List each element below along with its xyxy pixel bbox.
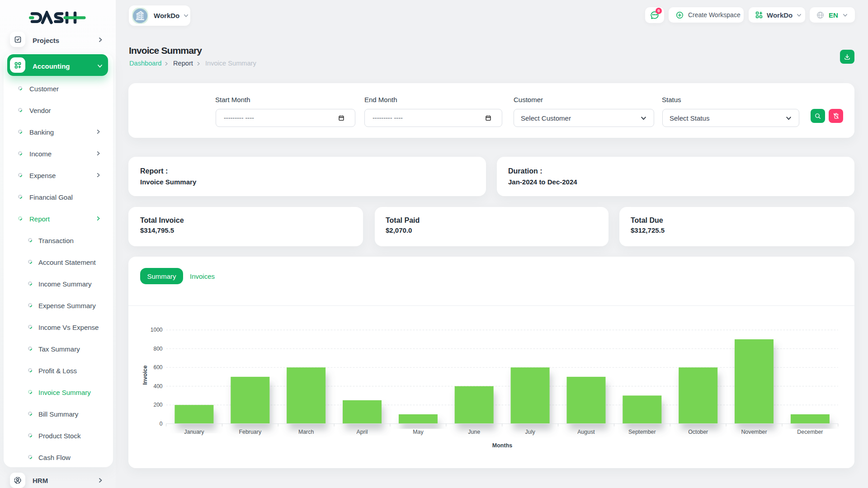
svg-text:June: June [468, 429, 480, 435]
svg-text:April: April [357, 429, 368, 435]
svg-text:May: May [413, 429, 424, 435]
svg-text:February: February [239, 429, 262, 435]
svg-text:November: November [741, 429, 767, 435]
svg-text:August: August [577, 429, 595, 435]
svg-text:July: July [525, 429, 536, 435]
svg-text:200: 200 [153, 402, 162, 408]
svg-text:October: October [688, 429, 708, 435]
svg-text:1000: 1000 [151, 327, 163, 333]
svg-text:December: December [797, 429, 823, 435]
svg-text:March: March [298, 429, 314, 435]
svg-text:Months: Months [492, 442, 512, 449]
svg-text:Invoice: Invoice [142, 365, 148, 385]
svg-text:January: January [184, 429, 204, 435]
svg-text:600: 600 [153, 364, 162, 371]
svg-text:400: 400 [153, 383, 162, 389]
svg-text:0: 0 [160, 421, 163, 427]
svg-text:800: 800 [153, 346, 162, 352]
svg-text:September: September [628, 429, 656, 435]
